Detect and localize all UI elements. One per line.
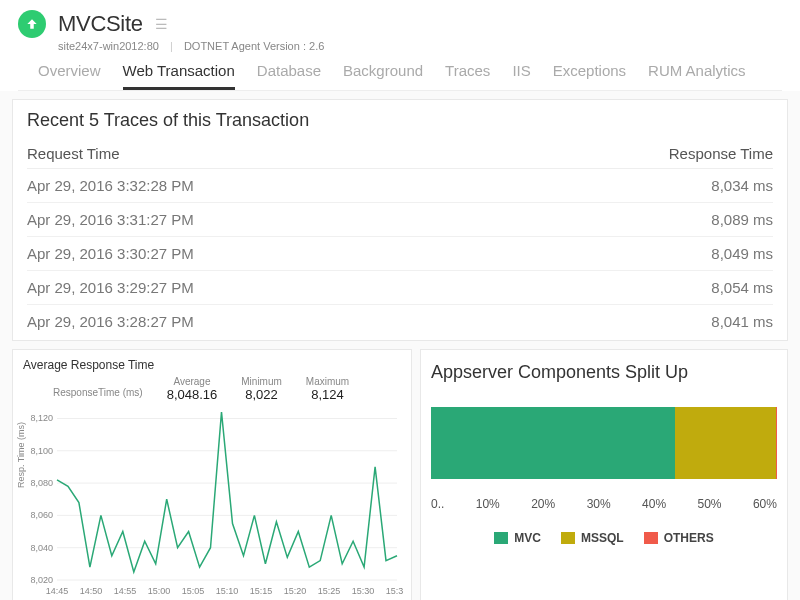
chart-stats: ResponseTime (ms) Average 8,048.16 Minim… xyxy=(53,376,401,402)
legend-item-others: OTHERS xyxy=(644,531,714,545)
y-axis-label: Resp. Time (ms) xyxy=(16,422,26,488)
chart-title: Appserver Components Split Up xyxy=(431,362,777,383)
cell-resp: 8,034 ms xyxy=(711,177,773,194)
tab-database[interactable]: Database xyxy=(257,62,321,90)
tab-bar: Overview Web Transaction Database Backgr… xyxy=(18,62,782,91)
stat-series: ResponseTime (ms) xyxy=(53,376,143,402)
tab-traces[interactable]: Traces xyxy=(445,62,490,90)
line-chart: Resp. Time (ms) 8,0208,0408,0608,0808,10… xyxy=(23,408,401,598)
cell-resp: 8,041 ms xyxy=(711,313,773,330)
tab-background[interactable]: Background xyxy=(343,62,423,90)
legend-item-mvc: MVC xyxy=(494,531,541,545)
bar-segment-others xyxy=(776,407,777,479)
table-row[interactable]: Apr 29, 2016 3:30:27 PM 8,049 ms xyxy=(27,237,773,271)
svg-text:8,080: 8,080 xyxy=(30,478,53,488)
host-label: site24x7-win2012:80 xyxy=(58,40,159,52)
stacked-bar-chart xyxy=(431,407,777,479)
table-header: Request Time Response Time xyxy=(27,139,773,169)
tab-web-transaction[interactable]: Web Transaction xyxy=(123,62,235,90)
table-row[interactable]: Apr 29, 2016 3:29:27 PM 8,054 ms xyxy=(27,271,773,305)
cell-time: Apr 29, 2016 3:29:27 PM xyxy=(27,279,194,296)
cell-time: Apr 29, 2016 3:32:28 PM xyxy=(27,177,194,194)
tab-exceptions[interactable]: Exceptions xyxy=(553,62,626,90)
svg-text:8,020: 8,020 xyxy=(30,575,53,585)
stat-average: Average 8,048.16 xyxy=(167,376,218,402)
tab-iis[interactable]: IIS xyxy=(512,62,530,90)
svg-text:15:35: 15:35 xyxy=(386,586,403,596)
cell-resp: 8,089 ms xyxy=(711,211,773,228)
table-row[interactable]: Apr 29, 2016 3:32:28 PM 8,034 ms xyxy=(27,169,773,203)
svg-text:15:25: 15:25 xyxy=(318,586,341,596)
svg-text:8,120: 8,120 xyxy=(30,413,53,423)
cell-time: Apr 29, 2016 3:30:27 PM xyxy=(27,245,194,262)
agent-label: DOTNET Agent Version : 2.6 xyxy=(184,40,324,52)
bar-segment-mvc xyxy=(431,407,675,479)
svg-text:14:50: 14:50 xyxy=(80,586,103,596)
tab-rum-analytics[interactable]: RUM Analytics xyxy=(648,62,746,90)
svg-text:8,040: 8,040 xyxy=(30,543,53,553)
svg-text:15:10: 15:10 xyxy=(216,586,239,596)
cell-time: Apr 29, 2016 3:28:27 PM xyxy=(27,313,194,330)
svg-text:14:55: 14:55 xyxy=(114,586,137,596)
svg-text:14:45: 14:45 xyxy=(46,586,69,596)
col-request-time: Request Time xyxy=(27,145,120,162)
cell-time: Apr 29, 2016 3:31:27 PM xyxy=(27,211,194,228)
menu-icon[interactable]: ☰ xyxy=(155,16,168,32)
tab-overview[interactable]: Overview xyxy=(38,62,101,90)
page-header: MVCSite ☰ site24x7-win2012:80 | DOTNET A… xyxy=(0,0,800,91)
avg-response-chart-card: Average Response Time ResponseTime (ms) … xyxy=(12,349,412,600)
split-up-card: Appserver Components Split Up 0.. 10% 20… xyxy=(420,349,788,600)
chart-title: Average Response Time xyxy=(23,358,401,372)
svg-text:15:00: 15:00 xyxy=(148,586,171,596)
svg-text:15:15: 15:15 xyxy=(250,586,273,596)
col-response-time: Response Time xyxy=(669,145,773,162)
cell-resp: 8,054 ms xyxy=(711,279,773,296)
legend-item-mssql: MSSQL xyxy=(561,531,624,545)
stat-maximum: Maximum 8,124 xyxy=(306,376,349,402)
app-title: MVCSite xyxy=(58,11,143,37)
x-axis-ticks: 0.. 10% 20% 30% 40% 50% 60% xyxy=(431,497,777,511)
svg-text:8,060: 8,060 xyxy=(30,510,53,520)
svg-text:15:30: 15:30 xyxy=(352,586,375,596)
svg-text:15:20: 15:20 xyxy=(284,586,307,596)
bar-segment-mssql xyxy=(675,407,776,479)
header-subtitle: site24x7-win2012:80 | DOTNET Agent Versi… xyxy=(58,40,782,52)
table-row[interactable]: Apr 29, 2016 3:28:27 PM 8,041 ms xyxy=(27,305,773,340)
svg-text:15:05: 15:05 xyxy=(182,586,205,596)
svg-text:8,100: 8,100 xyxy=(30,446,53,456)
table-row[interactable]: Apr 29, 2016 3:31:27 PM 8,089 ms xyxy=(27,203,773,237)
arrow-up-icon xyxy=(18,10,46,38)
legend: MVC MSSQL OTHERS xyxy=(431,531,777,545)
card-title: Recent 5 Traces of this Transaction xyxy=(27,110,773,131)
cell-resp: 8,049 ms xyxy=(711,245,773,262)
recent-traces-card: Recent 5 Traces of this Transaction Requ… xyxy=(12,99,788,341)
stat-minimum: Minimum 8,022 xyxy=(241,376,282,402)
